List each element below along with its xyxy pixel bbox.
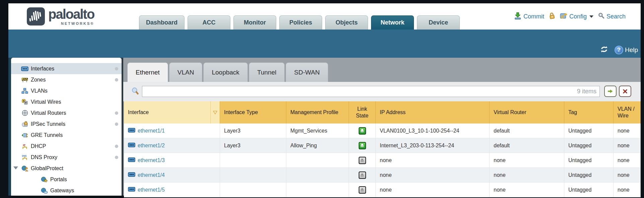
interface-link[interactable]: ethernet1/5 (138, 187, 165, 193)
link-state-down-icon (359, 157, 366, 164)
col-header-tag[interactable]: Tag (564, 101, 614, 123)
link-state-down-icon (359, 171, 366, 179)
portals-icon (41, 177, 48, 183)
sidebar-item-dns-proxy[interactable]: DNS DNS Proxy (11, 152, 122, 163)
ethernet-port-icon (128, 172, 135, 178)
col-header-ip-address[interactable]: IP Address (376, 101, 490, 123)
col-header-vlan-wire[interactable]: VLAN / Wire (614, 101, 641, 123)
table-header-row: Interface Interface Type Management Prof… (124, 101, 641, 123)
sidebar-item-globalprotect[interactable]: GlobalProtect (11, 163, 122, 174)
interface-link[interactable]: ethernet1/1 (138, 128, 165, 134)
app-header: paloalto NETWORKS® Dashboard ACC Monitor… (8, 3, 641, 30)
content-panel: Ethernet VLAN Loopback Tunnel SD-WAN 9 i… (123, 58, 641, 196)
paloalto-logo-icon (27, 7, 45, 26)
nav-tab-device[interactable]: Device (417, 15, 460, 30)
help-icon: ? (615, 46, 623, 54)
main-nav: Dashboard ACC Monitor Policies Objects N… (139, 15, 460, 30)
tab-sdwan[interactable]: SD-WAN (286, 62, 328, 82)
table-row: ethernet1/5 none none Untagged none (124, 183, 641, 197)
status-dot (115, 145, 118, 148)
sidebar-item-zones[interactable]: Zones (11, 74, 122, 85)
sidebar-item-vlans[interactable]: VLANs (11, 85, 122, 96)
config-menu[interactable]: Config (560, 12, 593, 21)
nav-tab-policies[interactable]: Policies (279, 15, 322, 30)
interface-link[interactable]: ethernet1/4 (138, 172, 165, 178)
gateways-icon (41, 188, 48, 194)
virtual-wires-icon (21, 99, 28, 105)
nav-tab-monitor[interactable]: Monitor (233, 15, 276, 30)
sidebar-item-portals[interactable]: Portals (11, 174, 122, 185)
dns-proxy-icon: DNS (21, 154, 28, 160)
clear-filter-button[interactable]: × (619, 86, 631, 97)
ethernet-port-icon (128, 187, 135, 193)
status-dot (115, 78, 118, 82)
vlans-icon (21, 88, 28, 94)
nav-tab-acc[interactable]: ACC (188, 15, 230, 30)
main-area: Interfaces Zones VLANs Virtual Wires Vir… (8, 58, 641, 196)
tab-loopback[interactable]: Loopback (203, 62, 247, 82)
status-dot (115, 156, 118, 159)
apply-filter-button[interactable] (604, 86, 617, 97)
help-button[interactable]: ? Help (615, 46, 638, 54)
ethernet-port-icon (128, 128, 135, 134)
status-dot (115, 122, 118, 126)
table-row: ethernet1/4 none none Untagged none (124, 168, 641, 183)
svg-text:IP: IP (23, 143, 26, 146)
sort-dropdown[interactable] (210, 101, 220, 123)
filter-bar: 9 items × (123, 82, 641, 101)
sidebar-item-gre-tunnels[interactable]: GRE Tunnels (11, 130, 122, 141)
config-icon (560, 12, 567, 21)
lock-icon[interactable] (548, 12, 556, 21)
commit-icon (514, 12, 521, 21)
status-dot (115, 67, 118, 70)
sidebar-item-dhcp[interactable]: IP DHCP (11, 141, 122, 152)
filter-search-icon (131, 87, 139, 97)
col-header-link-state[interactable]: Link State (349, 101, 376, 123)
tab-tunnel[interactable]: Tunnel (249, 62, 285, 82)
col-header-virtual-router[interactable]: Virtual Router (490, 101, 564, 123)
svg-text:DNS: DNS (22, 155, 27, 157)
nav-tab-network[interactable]: Network (371, 15, 414, 30)
table-row: ethernet1/1 Layer3 Mgmt_Services VLAN010… (124, 123, 641, 138)
interfaces-icon (21, 66, 28, 71)
refresh-icon[interactable] (600, 46, 609, 54)
sidebar-item-virtual-routers[interactable]: Virtual Routers (11, 107, 122, 118)
sidebar-item-ipsec-tunnels[interactable]: IPSec Tunnels (11, 118, 122, 130)
interfaces-table: Interface Interface Type Management Prof… (124, 101, 641, 197)
sidebar-item-virtual-wires[interactable]: Virtual Wires (11, 96, 122, 107)
ipsec-tunnels-icon (21, 121, 28, 127)
table-row: ethernet1/3 none none Untagged none (124, 153, 641, 168)
table-row: ethernet1/2 Layer3 Allow_Ping Internet_L… (124, 138, 641, 153)
zones-icon (21, 77, 28, 83)
ethernet-port-icon (128, 157, 135, 163)
col-header-interface-type[interactable]: Interface Type (220, 101, 286, 123)
search-icon (598, 12, 604, 20)
chevron-down-icon (589, 15, 593, 18)
col-header-interface[interactable]: Interface (124, 101, 220, 123)
commit-button[interactable]: Commit (514, 12, 544, 21)
items-count: 9 items (577, 88, 596, 95)
search-button[interactable]: Search (598, 12, 626, 20)
interface-link[interactable]: ethernet1/3 (138, 157, 165, 163)
interface-link[interactable]: ethernet1/2 (138, 143, 165, 149)
paloalto-logo: paloalto NETWORKS® (27, 6, 94, 26)
link-state-up-icon (359, 127, 366, 135)
network-sidebar: Interfaces Zones VLANs Virtual Wires Vir… (11, 58, 122, 196)
filter-input[interactable] (142, 86, 600, 97)
status-dot (115, 111, 118, 115)
brand-name: paloalto (48, 6, 94, 22)
nav-tab-dashboard[interactable]: Dashboard (139, 15, 185, 30)
brand-subtitle: NETWORKS® (61, 21, 94, 26)
sidebar-item-gateways[interactable]: Gateways (11, 185, 122, 196)
tab-vlan[interactable]: VLAN (169, 62, 203, 82)
sidebar-item-interfaces[interactable]: Interfaces (11, 63, 122, 74)
link-state-up-icon (359, 142, 366, 149)
ethernet-port-icon (128, 143, 135, 149)
interface-type-tabs: Ethernet VLAN Loopback Tunnel SD-WAN (123, 58, 641, 82)
tab-ethernet[interactable]: Ethernet (127, 62, 168, 82)
col-header-management-profile[interactable]: Management Profile (286, 101, 349, 123)
nav-tab-objects[interactable]: Objects (325, 15, 368, 30)
dhcp-icon: IP (21, 143, 28, 149)
link-state-down-icon (359, 186, 366, 194)
collapse-triangle-icon[interactable] (13, 166, 18, 169)
